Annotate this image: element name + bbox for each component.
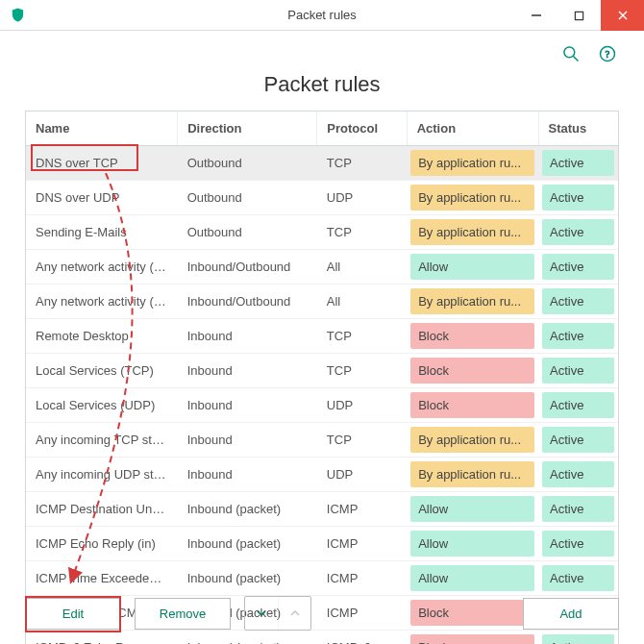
- cell-name: ICMP Destination Unrea...: [26, 492, 178, 527]
- status-pill[interactable]: Active: [542, 496, 614, 522]
- table-row[interactable]: Any incoming UDP stre...InboundUDPBy app…: [26, 458, 618, 492]
- cell-action: By application ru...: [407, 215, 538, 250]
- cell-name: Any incoming UDP stre...: [26, 458, 178, 492]
- cell-protocol: UDP: [317, 181, 407, 215]
- cell-direction: Inbound: [178, 354, 317, 388]
- cell-direction: Inbound (packet): [178, 561, 317, 596]
- cell-status: Active: [538, 250, 618, 285]
- cell-direction: Inbound (packet): [178, 631, 317, 645]
- cell-protocol: TCP: [317, 354, 407, 388]
- cell-status: Active: [538, 215, 618, 250]
- status-pill[interactable]: Active: [542, 358, 614, 384]
- status-pill[interactable]: Active: [542, 392, 614, 418]
- window-title: Packet rules: [287, 8, 357, 22]
- table-row[interactable]: Local Services (UDP)InboundUDPBlockActiv…: [26, 388, 618, 423]
- action-pill[interactable]: By application ru...: [410, 150, 534, 176]
- remove-button[interactable]: Remove: [135, 598, 231, 630]
- table-row[interactable]: ICMP Time Exceeded (in)Inbound (packet)I…: [26, 561, 618, 596]
- cell-status: Active: [538, 561, 618, 596]
- action-pill[interactable]: Allow: [410, 565, 534, 591]
- status-pill[interactable]: Active: [542, 288, 614, 314]
- column-name[interactable]: Name: [26, 111, 178, 146]
- status-pill[interactable]: Active: [542, 150, 614, 176]
- cell-protocol: ICMP: [317, 492, 407, 527]
- action-pill[interactable]: By application ru...: [410, 427, 534, 453]
- status-pill[interactable]: Active: [542, 323, 614, 349]
- cell-direction: Inbound/Outbound: [178, 285, 317, 319]
- search-icon[interactable]: [561, 44, 581, 66]
- cell-action: By application ru...: [407, 285, 538, 319]
- action-pill[interactable]: By application ru...: [410, 461, 534, 487]
- action-pill[interactable]: By application ru...: [410, 288, 534, 314]
- table-row[interactable]: Any incoming TCP strea...InboundTCPBy ap…: [26, 423, 618, 458]
- table-row[interactable]: DNS over TCPOutboundTCPBy application ru…: [26, 146, 618, 181]
- action-pill[interactable]: By application ru...: [410, 185, 534, 211]
- add-button[interactable]: Add: [523, 598, 619, 630]
- cell-action: Allow: [407, 561, 538, 596]
- action-pill[interactable]: Block: [410, 323, 534, 349]
- cell-status: Active: [538, 492, 618, 527]
- page-title: Packet rules: [0, 72, 644, 97]
- table-row[interactable]: Any network activity (Lo...Inbound/Outbo…: [26, 285, 618, 319]
- minimize-button[interactable]: [514, 0, 557, 31]
- move-up-button[interactable]: [278, 597, 310, 630]
- cell-name: ICMP Time Exceeded (in): [26, 561, 178, 596]
- table-row[interactable]: Sending E-MailsOutboundTCPBy application…: [26, 215, 618, 250]
- cell-name: Local Services (UDP): [26, 388, 178, 423]
- status-pill[interactable]: Active: [542, 461, 614, 487]
- cell-direction: Inbound: [178, 423, 317, 458]
- cell-protocol: TCP: [317, 423, 407, 458]
- status-pill[interactable]: Active: [542, 219, 614, 245]
- table-row[interactable]: ICMPv6 Echo Request (in)Inbound (packet)…: [26, 631, 618, 645]
- status-pill[interactable]: Active: [542, 531, 614, 557]
- cell-direction: Outbound: [178, 146, 317, 181]
- cell-status: Active: [538, 423, 618, 458]
- rules-table: Name Direction Protocol Action Status DN…: [25, 111, 619, 644]
- table-row[interactable]: Any network activity (Tr...Inbound/Outbo…: [26, 250, 618, 285]
- header: ?: [0, 31, 644, 72]
- cell-protocol: UDP: [317, 388, 407, 423]
- status-pill[interactable]: Active: [542, 427, 614, 453]
- close-button[interactable]: [601, 0, 644, 31]
- action-pill[interactable]: Block: [410, 358, 534, 384]
- cell-action: Block: [407, 388, 538, 423]
- status-pill[interactable]: Active: [542, 565, 614, 591]
- titlebar: Packet rules: [0, 0, 644, 31]
- status-pill[interactable]: Active: [542, 185, 614, 211]
- cell-status: Active: [538, 388, 618, 423]
- status-pill[interactable]: Active: [542, 254, 614, 280]
- cell-direction: Inbound (packet): [178, 527, 317, 561]
- cell-action: Allow: [407, 527, 538, 561]
- cell-protocol: TCP: [317, 215, 407, 250]
- cell-status: Active: [538, 285, 618, 319]
- status-pill[interactable]: Active: [542, 634, 614, 644]
- column-direction[interactable]: Direction: [178, 111, 317, 146]
- cell-status: Active: [538, 631, 618, 645]
- action-pill[interactable]: Block: [410, 634, 534, 644]
- move-group: [244, 596, 311, 631]
- action-pill[interactable]: Allow: [410, 254, 534, 280]
- edit-button[interactable]: Edit: [25, 598, 121, 630]
- table-row[interactable]: ICMP Echo Reply (in)Inbound (packet)ICMP…: [26, 527, 618, 561]
- cell-action: Block: [407, 354, 538, 388]
- action-pill[interactable]: Allow: [410, 531, 534, 557]
- table-row[interactable]: Remote DesktopInboundTCPBlockActive: [26, 319, 618, 354]
- table-row[interactable]: ICMP Destination Unrea...Inbound (packet…: [26, 492, 618, 527]
- table-row[interactable]: DNS over UDPOutboundUDPBy application ru…: [26, 181, 618, 215]
- cell-status: Active: [538, 181, 618, 215]
- move-down-button[interactable]: [245, 597, 278, 630]
- action-pill[interactable]: By application ru...: [410, 219, 534, 245]
- table-row[interactable]: Local Services (TCP)InboundTCPBlockActiv…: [26, 354, 618, 388]
- cell-name: Sending E-Mails: [26, 215, 178, 250]
- column-protocol[interactable]: Protocol: [317, 111, 407, 146]
- action-pill[interactable]: Block: [410, 392, 534, 418]
- help-icon[interactable]: ?: [598, 44, 617, 66]
- action-pill[interactable]: Allow: [410, 496, 534, 522]
- column-status[interactable]: Status: [538, 111, 618, 146]
- cell-protocol: TCP: [317, 319, 407, 354]
- cell-status: Active: [538, 319, 618, 354]
- cell-action: By application ru...: [407, 458, 538, 492]
- maximize-button[interactable]: [557, 0, 601, 31]
- cell-status: Active: [538, 146, 618, 181]
- column-action[interactable]: Action: [407, 111, 538, 146]
